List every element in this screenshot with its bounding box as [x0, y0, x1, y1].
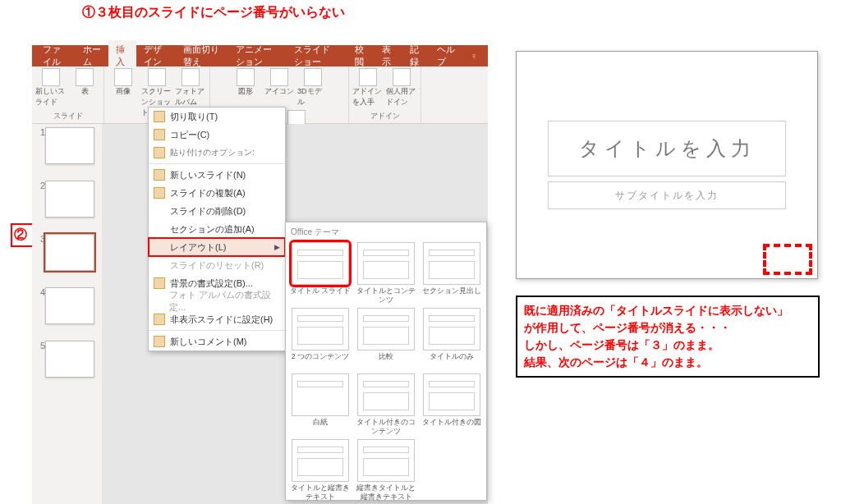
- annotation-1: ①３枚目のスライドにページ番号がいらない: [82, 4, 345, 21]
- layout-タイトルと縦書きテキスト[interactable]: タイトルと縦書きテキスト: [289, 439, 352, 502]
- layout-thumb: [357, 439, 415, 482]
- menu-スライドのリセットR: スライドのリセット(R): [149, 256, 285, 274]
- layout-thumb: [357, 308, 415, 351]
- layout-label: タイトル付きの図: [422, 418, 481, 436]
- layout-比較[interactable]: 比較: [355, 308, 417, 370]
- slide-preview: タイトルを入力 サブタイトルを入力: [516, 51, 818, 279]
- layout-タイトルのみ[interactable]: タイトルのみ: [420, 308, 483, 370]
- copy-icon: [154, 129, 165, 140]
- blank-icon: [154, 259, 165, 271]
- layout-thumb: [292, 308, 349, 351]
- menu-label: スライドの複製(A): [170, 187, 246, 199]
- thumb-number: 4: [35, 287, 45, 297]
- thumb-slide: [45, 287, 94, 324]
- layout-2 つのコンテンツ[interactable]: 2 つのコンテンツ: [289, 308, 352, 370]
- layout-縦書きタイトルと縦書きテキスト[interactable]: 縦書きタイトルと縦書きテキスト: [355, 439, 417, 502]
- ribbon-item-アイコン[interactable]: アイコン: [264, 68, 295, 97]
- explanation-box: 既に適用済みの「タイトルスライドに表示しない」 が作用して、ページ番号が消える・…: [516, 296, 820, 378]
- context-menu: 切り取り(T)コピー(C)貼り付けのオプション:新しいスライド(N)スライドの複…: [148, 107, 286, 351]
- menu-スライドの削除D[interactable]: スライドの削除(D): [149, 202, 285, 220]
- ribbon-group-スライド: 新しいスライド表スライド: [32, 66, 104, 123]
- thumb-5[interactable]: 5: [35, 341, 99, 379]
- layout-theme-header: Office テーマ: [287, 224, 485, 241]
- ribbon-tabs: ファイルホーム挿入デザイン画面切り替えアニメーションスライド ショー校閲表示記録…: [32, 45, 488, 66]
- ribbon-item-新しいスライド[interactable]: 新しいスライド: [35, 68, 67, 108]
- layout-タイトル付きの図[interactable]: タイトル付きの図: [420, 373, 483, 436]
- thumb-4[interactable]: 4: [35, 287, 99, 326]
- menu-label: 新しいコメント(M): [170, 336, 247, 348]
- layout-label: タイトルとコンテンツ: [355, 286, 417, 305]
- explain-line: が作用して、ページ番号が消える・・・: [524, 319, 811, 337]
- explain-line: 既に適用済みの「タイトルスライドに表示しない」: [524, 302, 811, 319]
- ribbon-item-3Dモデル[interactable]: 3Dモデル: [297, 68, 329, 108]
- menu-label: スライドの削除(D): [170, 205, 246, 218]
- layout-label: タイトル スライド: [290, 286, 352, 305]
- ribbon-item-図形[interactable]: 図形: [230, 68, 261, 97]
- menu-新しいコメントM[interactable]: 新しいコメント(M): [149, 332, 285, 351]
- blank-icon: [154, 223, 165, 235]
- menu-label: コピー(C): [170, 129, 209, 141]
- layout-タイトル付きのコンテンツ[interactable]: タイトル付きのコンテンツ: [355, 373, 417, 436]
- layout-label: タイトル付きのコンテンツ: [355, 418, 417, 436]
- layout-タイトルとコンテンツ[interactable]: タイトルとコンテンツ: [355, 242, 417, 305]
- layout-label: タイトルと縦書きテキスト: [289, 483, 352, 502]
- dup-icon: [154, 187, 165, 199]
- menu-切り取りT[interactable]: 切り取り(T): [149, 108, 285, 126]
- ribbon-item-個人用アドイン[interactable]: 個人用アドイン: [386, 68, 417, 108]
- explain-line: しかし、ページ番号は「３」のまま。: [524, 337, 811, 354]
- layout-セクション見出し[interactable]: セクション見出し: [420, 242, 483, 305]
- layout-label: 2 つのコンテンツ: [292, 352, 350, 370]
- menu-label: 背景の書式設定(B)...: [170, 277, 253, 290]
- page-number-highlight: [763, 244, 812, 275]
- menu-コピC[interactable]: コピー(C): [149, 126, 285, 144]
- tab-ヘルプ[interactable]: ヘルプ: [430, 40, 463, 71]
- menu-label: 切り取り(T): [170, 111, 218, 123]
- menu-新しいスライドN[interactable]: 新しいスライド(N): [149, 166, 285, 184]
- layout-thumb: [357, 373, 415, 416]
- thumb-number: 3: [35, 234, 45, 244]
- layout-thumb: [292, 373, 349, 416]
- menu-label: レイアウト(L): [170, 241, 226, 254]
- thumb-slide: [45, 234, 94, 271]
- thumb-slide: [45, 181, 94, 218]
- thumb-slide: [45, 341, 94, 378]
- paste-icon: [154, 147, 165, 158]
- ribbon-item-画像[interactable]: 画像: [108, 68, 139, 97]
- menu-スライドの複製A[interactable]: スライドの複製(A): [149, 184, 285, 202]
- thumb-2[interactable]: 2: [35, 181, 99, 219]
- layout-thumb: [423, 242, 480, 285]
- menu-レイアウトL[interactable]: レイアウト(L)▶: [149, 238, 285, 256]
- layout-thumb: [292, 439, 349, 482]
- ribbon-item-アドインを入手[interactable]: アドインを入手: [352, 68, 384, 108]
- menu-label: 新しいスライド(N): [170, 169, 246, 181]
- ribbon-group-アドイン: アドインを入手個人用アドインアドイン: [349, 66, 421, 123]
- layout-label: 縦書きタイトルと縦書きテキスト: [355, 483, 417, 502]
- thumb-number: 2: [35, 181, 45, 190]
- layout-label: 白紙: [313, 418, 328, 436]
- tell-me-icon[interactable]: ♀: [463, 48, 485, 64]
- comment-icon: [154, 336, 165, 347]
- thumb-3[interactable]: 3: [35, 234, 99, 273]
- subtitle-placeholder[interactable]: サブタイトルを入力: [548, 181, 786, 209]
- ribbon-item-表[interactable]: 表: [69, 68, 100, 97]
- ribbon-item-フォトアルバム[interactable]: フォトアルバム: [175, 68, 206, 108]
- submenu-arrow-icon: ▶: [274, 243, 280, 251]
- layout-label: 比較: [379, 352, 393, 370]
- thumb-1[interactable]: 1: [35, 127, 99, 166]
- menu-貼り付けのオプション[interactable]: 貼り付けのオプション:: [149, 144, 285, 162]
- hide-icon: [154, 314, 165, 325]
- menu-label: 非表示スライドに設定(H): [170, 314, 273, 326]
- layout-thumb: [423, 373, 480, 416]
- thumb-number: 1: [35, 127, 45, 137]
- blank-icon: [154, 205, 165, 217]
- slide-thumbnails[interactable]: 12345: [32, 124, 102, 504]
- title-placeholder[interactable]: タイトルを入力: [548, 121, 786, 176]
- menu-フォトアルバムの書式設定: フォト アルバムの書式設定...: [149, 292, 285, 310]
- blank-icon: [154, 296, 164, 307]
- layout-白紙[interactable]: 白紙: [289, 373, 352, 436]
- layout-タイトル スライド[interactable]: タイトル スライド: [289, 242, 352, 305]
- explain-line: 結果、次のページは「４」のまま。: [524, 354, 811, 371]
- cut-icon: [154, 111, 165, 122]
- thumb-number: 5: [35, 341, 45, 351]
- menu-セクションの追加A[interactable]: セクションの追加(A): [149, 220, 285, 238]
